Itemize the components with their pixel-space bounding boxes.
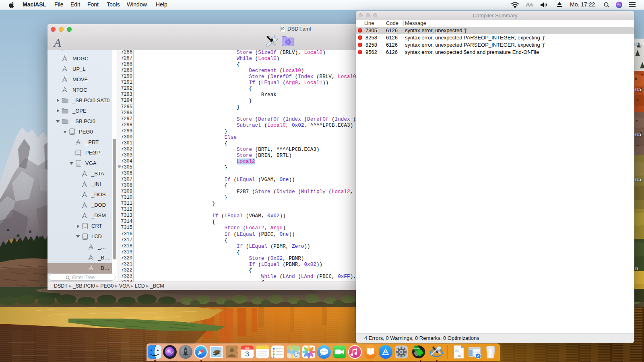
svg-text:TXT: TXT bbox=[456, 354, 462, 358]
svg-text:Vibrant: Vibrant bbox=[413, 348, 419, 350]
svg-text:JUL: JUL bbox=[245, 346, 250, 349]
svg-text:3: 3 bbox=[245, 350, 249, 358]
